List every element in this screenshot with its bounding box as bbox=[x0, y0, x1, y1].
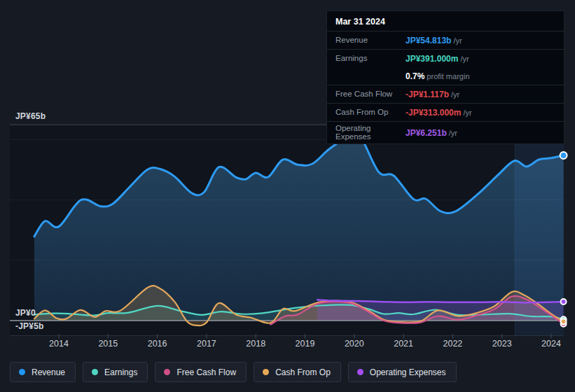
legend-item-cash-from-op[interactable]: Cash From Op bbox=[254, 362, 341, 382]
x-axis-label: 2022 bbox=[443, 339, 462, 349]
fcf-value: -JP¥1.117b bbox=[406, 90, 449, 99]
y-axis-label-0: JP¥0 bbox=[15, 308, 36, 318]
legend-label: Earnings bbox=[104, 368, 137, 377]
legend-label: Operating Expenses bbox=[370, 368, 446, 377]
x-axis-label: 2017 bbox=[197, 339, 216, 349]
legend-dot-icon bbox=[164, 369, 170, 375]
x-axis-label: 2015 bbox=[98, 339, 118, 349]
legend-dot-icon bbox=[92, 369, 98, 375]
y-axis-label-neg5b: -JP¥5b bbox=[15, 321, 44, 331]
operating-expenses-end-dot[interactable] bbox=[561, 299, 567, 304]
x-axis-label: 2020 bbox=[345, 339, 364, 349]
legend-item-revenue[interactable]: Revenue bbox=[10, 362, 76, 382]
x-axis-label: 2016 bbox=[148, 339, 167, 349]
cashop-value: -JP¥313.000m bbox=[406, 108, 461, 118]
tooltip: Mar 31 2024 Revenue JP¥54.813b/yr Earnin… bbox=[326, 10, 564, 144]
legend-item-operating-expenses[interactable]: Operating Expenses bbox=[348, 362, 457, 382]
opex-value: JP¥6.251b bbox=[406, 128, 447, 138]
legend-item-free-cash-flow[interactable]: Free Cash Flow bbox=[155, 362, 247, 382]
chart-panel: JP¥65b JP¥0 -JP¥5b 201420152016201720182… bbox=[0, 0, 575, 392]
legend-label: Free Cash Flow bbox=[176, 368, 236, 377]
x-axis-label: 2024 bbox=[541, 339, 561, 349]
tooltip-row-fcf: Free Cash Flow -JP¥1.117b/yr bbox=[327, 85, 564, 103]
legend-dot-icon bbox=[263, 369, 269, 375]
tooltip-row-cashop: Cash From Op -JP¥313.000m/yr bbox=[327, 103, 564, 121]
legend-dot-icon bbox=[19, 369, 25, 375]
revenue-end-dot[interactable] bbox=[560, 152, 567, 159]
tooltip-row-margin: 0.7%profit margin bbox=[327, 67, 564, 85]
legend-label: Cash From Op bbox=[275, 368, 331, 377]
legend-dot-icon bbox=[357, 369, 363, 375]
tooltip-row-opex: Operating Expenses JP¥6.251b/yr bbox=[327, 121, 564, 144]
tooltip-date: Mar 31 2024 bbox=[327, 11, 564, 31]
x-axis-label: 2023 bbox=[492, 339, 512, 349]
cash-from-op-end-dot[interactable] bbox=[561, 318, 567, 324]
legend: RevenueEarningsFree Cash FlowCash From O… bbox=[10, 362, 457, 382]
x-axis-label: 2019 bbox=[296, 339, 315, 349]
profit-margin-value: 0.7% bbox=[406, 71, 424, 81]
earnings-value: JP¥391.000m bbox=[406, 54, 458, 64]
revenue-value: JP¥54.813b bbox=[406, 36, 451, 46]
legend-label: Revenue bbox=[32, 368, 65, 377]
legend-item-earnings[interactable]: Earnings bbox=[83, 362, 148, 382]
y-axis-label-65b: JP¥65b bbox=[15, 111, 46, 121]
x-axis-label: 2018 bbox=[246, 339, 265, 349]
x-axis-label: 2021 bbox=[394, 339, 413, 349]
tooltip-row-earnings: Earnings JP¥391.000m/yr bbox=[327, 49, 564, 67]
tooltip-row-revenue: Revenue JP¥54.813b/yr bbox=[327, 31, 564, 49]
x-axis-label: 2014 bbox=[49, 339, 69, 349]
